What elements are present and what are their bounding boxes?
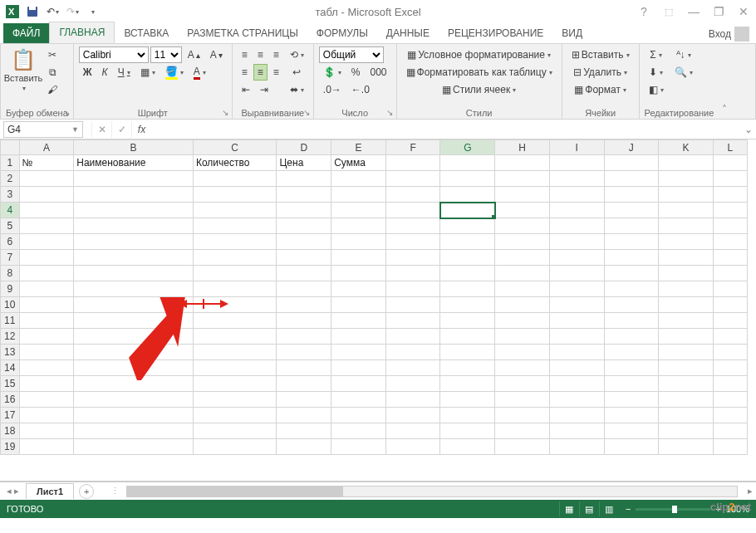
- column-header[interactable]: E: [331, 140, 386, 155]
- cell[interactable]: [440, 266, 495, 281]
- cell[interactable]: [549, 376, 604, 392]
- cell[interactable]: [495, 376, 550, 392]
- delete-cells-button[interactable]: ⊟Удалить▾: [567, 64, 634, 81]
- zoom-out-icon[interactable]: −: [626, 504, 631, 514]
- cell[interactable]: [331, 281, 386, 297]
- cell[interactable]: [495, 392, 550, 408]
- cell[interactable]: [549, 313, 604, 329]
- cell[interactable]: [74, 376, 194, 392]
- cell[interactable]: [74, 392, 194, 408]
- row-header[interactable]: 4: [1, 203, 20, 218]
- cell[interactable]: [713, 203, 747, 218]
- cell[interactable]: [193, 250, 277, 266]
- cell[interactable]: [277, 376, 331, 392]
- cell[interactable]: [74, 218, 194, 234]
- cell[interactable]: [385, 313, 440, 329]
- cell[interactable]: [604, 155, 659, 171]
- cell[interactable]: [495, 155, 550, 171]
- restore-icon[interactable]: ❐: [709, 2, 728, 21]
- column-header[interactable]: K: [659, 140, 714, 155]
- cell[interactable]: [659, 203, 714, 218]
- cell[interactable]: [193, 423, 277, 439]
- cell[interactable]: [74, 439, 194, 455]
- cell[interactable]: [495, 408, 550, 423]
- cell[interactable]: [604, 250, 659, 266]
- cell[interactable]: [604, 171, 659, 187]
- border-button[interactable]: ▦▾: [136, 64, 160, 81]
- row-header[interactable]: 9: [1, 281, 20, 297]
- cell[interactable]: [495, 281, 550, 297]
- cell[interactable]: [659, 266, 714, 281]
- cell[interactable]: [74, 281, 194, 297]
- column-header[interactable]: G: [440, 140, 495, 155]
- tab-file[interactable]: ФАЙЛ: [3, 23, 49, 43]
- dialog-launcher-icon[interactable]: ↘: [303, 108, 310, 117]
- cell[interactable]: [713, 297, 747, 313]
- cell[interactable]: [659, 345, 714, 360]
- page-break-view-icon[interactable]: ▥: [599, 501, 619, 516]
- cell[interactable]: [277, 313, 331, 329]
- cell[interactable]: [659, 392, 714, 408]
- align-middle-button[interactable]: ≡: [253, 46, 268, 63]
- cell[interactable]: [549, 155, 604, 171]
- row-header[interactable]: 6: [1, 234, 20, 250]
- cell[interactable]: [659, 297, 714, 313]
- cell[interactable]: [713, 408, 747, 423]
- cell[interactable]: [193, 313, 277, 329]
- cell[interactable]: [74, 266, 194, 281]
- cell[interactable]: [659, 376, 714, 392]
- tab-data[interactable]: ДАННЫЕ: [377, 23, 439, 43]
- row-header[interactable]: 3: [1, 187, 20, 203]
- cell[interactable]: [19, 345, 74, 360]
- cell[interactable]: [604, 313, 659, 329]
- cell[interactable]: [713, 187, 747, 203]
- row-header[interactable]: 17: [1, 408, 20, 423]
- cell[interactable]: [440, 329, 495, 345]
- sheet-nav-prev-icon[interactable]: ◂: [7, 486, 12, 496]
- help-icon[interactable]: ?: [635, 2, 653, 21]
- cell[interactable]: [659, 360, 714, 376]
- cell[interactable]: Наименование: [74, 155, 194, 171]
- format-as-table-button[interactable]: ▦Форматировать как таблицу▾: [402, 64, 557, 81]
- row-header[interactable]: 10: [1, 297, 20, 313]
- cell[interactable]: [277, 266, 331, 281]
- cell[interactable]: [385, 155, 440, 171]
- cell[interactable]: [385, 329, 440, 345]
- cell[interactable]: [19, 423, 74, 439]
- cell[interactable]: [659, 171, 714, 187]
- cell[interactable]: [440, 187, 495, 203]
- row-header[interactable]: 14: [1, 360, 20, 376]
- cell[interactable]: [549, 345, 604, 360]
- sheet-nav-next-icon[interactable]: ▸: [14, 486, 19, 496]
- cell[interactable]: [440, 234, 495, 250]
- cell[interactable]: [440, 281, 495, 297]
- cell[interactable]: [659, 155, 714, 171]
- zoom-slider[interactable]: [636, 508, 710, 511]
- cell[interactable]: [604, 203, 659, 218]
- cell[interactable]: [549, 360, 604, 376]
- cell[interactable]: [277, 345, 331, 360]
- cut-button[interactable]: ✂: [43, 46, 61, 63]
- minimize-icon[interactable]: —: [685, 2, 703, 21]
- cell[interactable]: [193, 171, 277, 187]
- cell[interactable]: [331, 297, 386, 313]
- cell[interactable]: [659, 329, 714, 345]
- close-icon[interactable]: ✕: [734, 2, 753, 21]
- cell[interactable]: [604, 376, 659, 392]
- cell[interactable]: [385, 439, 440, 455]
- cell[interactable]: [604, 423, 659, 439]
- cell[interactable]: [495, 218, 550, 234]
- cell[interactable]: [440, 439, 495, 455]
- cell[interactable]: [74, 250, 194, 266]
- scroll-right-icon[interactable]: ▸: [744, 486, 756, 496]
- cell-styles-button[interactable]: ▦Стили ячеек▾: [402, 81, 557, 98]
- sort-filter-button[interactable]: ᴬ↓▾: [670, 46, 697, 63]
- select-all-corner[interactable]: [1, 140, 20, 155]
- cell[interactable]: [19, 203, 74, 218]
- row-header[interactable]: 8: [1, 266, 20, 281]
- row-header[interactable]: 7: [1, 250, 20, 266]
- cell[interactable]: [193, 376, 277, 392]
- cell[interactable]: [385, 250, 440, 266]
- cell[interactable]: [495, 439, 550, 455]
- cell[interactable]: [440, 345, 495, 360]
